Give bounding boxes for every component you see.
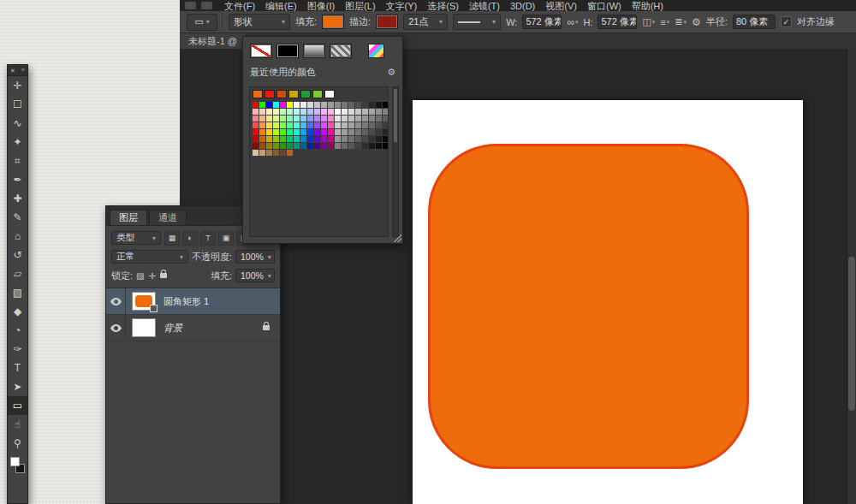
- palette-swatch[interactable]: [273, 143, 279, 149]
- pattern-button[interactable]: [330, 44, 352, 58]
- palette-swatch[interactable]: [383, 122, 389, 128]
- menu-item-type[interactable]: 文字(Y): [381, 1, 423, 11]
- palette-swatch[interactable]: [280, 109, 286, 115]
- link-dimensions-icon[interactable]: ∞: [567, 16, 578, 28]
- palette-swatch[interactable]: [300, 122, 306, 128]
- palette-swatch[interactable]: [348, 116, 354, 122]
- palette-swatch[interactable]: [376, 143, 382, 149]
- menu-item-filter[interactable]: 滤镜(T): [464, 1, 505, 11]
- width-field[interactable]: 572 像素: [522, 15, 562, 29]
- palette-swatch[interactable]: [328, 102, 334, 108]
- shape-filter-icon[interactable]: ▣: [218, 231, 234, 246]
- recent-color-swatch[interactable]: [300, 90, 311, 98]
- palette-swatch[interactable]: [307, 102, 313, 108]
- palette-swatch[interactable]: [376, 116, 382, 122]
- palette-swatch[interactable]: [307, 122, 313, 128]
- fill-panel-gear-icon[interactable]: ⚙: [387, 67, 395, 78]
- palette-swatch[interactable]: [348, 136, 354, 142]
- palette-swatch[interactable]: [335, 122, 341, 128]
- palette-swatch[interactable]: [342, 143, 348, 149]
- layer-thumbnail[interactable]: [132, 318, 156, 337]
- palette-swatch[interactable]: [335, 136, 341, 142]
- palette-swatch[interactable]: [355, 102, 361, 108]
- palette-swatch[interactable]: [342, 122, 348, 128]
- blend-mode-select[interactable]: 正常: [111, 250, 188, 264]
- no-color-button[interactable]: [250, 44, 272, 58]
- palette-swatch[interactable]: [280, 143, 286, 149]
- palette-swatch[interactable]: [383, 116, 389, 122]
- palette-swatch[interactable]: [273, 150, 279, 156]
- fill-panel-scroll-thumb[interactable]: [394, 89, 397, 142]
- recent-color-swatch[interactable]: [265, 90, 275, 98]
- brush-tool-icon[interactable]: ✎: [8, 208, 27, 227]
- layer-visibility-icon[interactable]: [106, 315, 126, 341]
- palette-swatch[interactable]: [287, 136, 293, 142]
- gear-icon[interactable]: ⚙: [692, 16, 701, 28]
- palette-swatch[interactable]: [369, 109, 375, 115]
- palette-swatch[interactable]: [362, 122, 368, 128]
- align-edges-checkbox[interactable]: ✓: [781, 16, 792, 27]
- stroke-width-select[interactable]: 21点: [403, 14, 448, 30]
- palette-swatch[interactable]: [266, 143, 272, 149]
- zoom-tool-icon[interactable]: ⚲: [8, 434, 27, 453]
- palette-swatch[interactable]: [335, 143, 341, 149]
- eraser-tool-icon[interactable]: ▱: [8, 264, 27, 283]
- palette-swatch[interactable]: [328, 136, 334, 142]
- palette-swatch[interactable]: [287, 143, 293, 149]
- palette-swatch[interactable]: [307, 116, 313, 122]
- palette-swatch[interactable]: [369, 129, 375, 135]
- quick-selection-tool-icon[interactable]: ✦: [8, 133, 27, 151]
- palette-swatch[interactable]: [321, 122, 327, 128]
- lock-position-icon[interactable]: ✛: [149, 271, 156, 281]
- layer-filter-select[interactable]: 类型: [111, 231, 161, 245]
- menu-item-select[interactable]: 选择(S): [422, 1, 464, 11]
- adjustment-filter-icon[interactable]: ◐: [182, 231, 198, 246]
- palette-swatch[interactable]: [355, 136, 361, 142]
- palette-swatch[interactable]: [280, 150, 286, 156]
- eyedropper-tool-icon[interactable]: ✒: [8, 170, 27, 189]
- palette-swatch[interactable]: [294, 143, 300, 149]
- palette-swatch[interactable]: [355, 109, 361, 115]
- palette-swatch[interactable]: [259, 102, 265, 108]
- palette-swatch[interactable]: [314, 129, 320, 135]
- palette-swatch[interactable]: [266, 102, 272, 108]
- palette-swatch[interactable]: [259, 109, 265, 115]
- layer-thumbnail[interactable]: [132, 292, 156, 311]
- solid-color-button[interactable]: [276, 44, 299, 58]
- palette-swatch[interactable]: [266, 109, 272, 115]
- path-alignment-button[interactable]: ≡: [660, 17, 669, 27]
- palette-swatch[interactable]: [294, 129, 300, 135]
- menu-item-window[interactable]: 窗口(W): [582, 1, 627, 11]
- palette-swatch[interactable]: [294, 109, 300, 115]
- recent-color-swatch[interactable]: [276, 90, 287, 98]
- palette-swatch[interactable]: [287, 122, 293, 128]
- document-canvas[interactable]: [413, 100, 803, 504]
- document-tab[interactable]: 未标题-1 @: [180, 33, 247, 49]
- palette-swatch[interactable]: [259, 143, 265, 149]
- palette-swatch[interactable]: [307, 143, 313, 149]
- palette-swatch[interactable]: [294, 136, 300, 142]
- palette-swatch[interactable]: [280, 136, 286, 142]
- recent-color-swatch[interactable]: [324, 90, 335, 98]
- palette-swatch[interactable]: [321, 143, 327, 149]
- palette-swatch[interactable]: [376, 136, 382, 142]
- palette-swatch[interactable]: [287, 109, 293, 115]
- history-brush-tool-icon[interactable]: ↺: [8, 246, 27, 264]
- clone-stamp-tool-icon[interactable]: ⌂: [8, 227, 27, 246]
- palette-swatch[interactable]: [266, 136, 272, 142]
- palette-swatch[interactable]: [300, 143, 306, 149]
- palette-swatch[interactable]: [383, 102, 389, 108]
- palette-swatch[interactable]: [259, 129, 265, 135]
- palette-swatch[interactable]: [376, 109, 382, 115]
- palette-swatch[interactable]: [253, 129, 259, 135]
- lock-all-icon[interactable]: [160, 273, 167, 278]
- close-icon[interactable]: ✕: [10, 68, 15, 74]
- palette-swatch[interactable]: [335, 109, 341, 115]
- tool-preset-button[interactable]: ▭ ▾: [187, 14, 217, 31]
- rounded-rectangle-tool-icon[interactable]: ▭: [8, 396, 27, 415]
- palette-swatch[interactable]: [314, 116, 320, 122]
- palette-swatch[interactable]: [287, 116, 293, 122]
- recent-color-swatch[interactable]: [312, 90, 323, 98]
- palette-swatch[interactable]: [280, 122, 286, 128]
- dodge-tool-icon[interactable]: ◔: [8, 321, 27, 340]
